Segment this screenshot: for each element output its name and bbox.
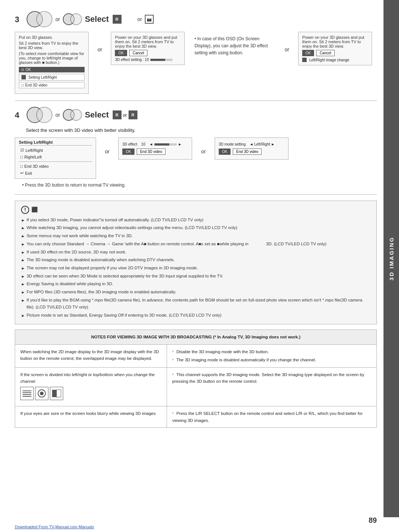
step4-right-btns: OK End 3D video — [219, 149, 284, 155]
warning-item-5: ► The 3D imaging mode is disabled automa… — [21, 256, 371, 264]
arrow-1: ► — [21, 225, 25, 232]
step4-osd-right: 3D mode setting ◄ Left/Right ► OK End 3D… — [215, 137, 289, 160]
step4-circle2 — [36, 107, 52, 123]
step4-ok-btn[interactable]: OK — [122, 149, 134, 155]
step4-or-r: or — [123, 112, 127, 118]
step3-osd-left-title3: (To select more comfortable view for you… — [19, 51, 85, 65]
step4-mode-row: 3D mode setting ◄ Left/Right ► — [219, 142, 284, 146]
warning-item-11: ► Picture mode is set as Standard, Energ… — [21, 312, 371, 319]
warning-item-9: ► For MPO files (3D camera files), the 3… — [21, 289, 371, 296]
step3-lr-label: Left/Right image change — [309, 58, 349, 62]
step3-cancel-btn[interactable]: Cancel — [129, 50, 147, 56]
notes-row-0-right: ˢ Disable the 3D imaging mode with the 3… — [167, 344, 377, 367]
step4-end-icon: □ — [20, 164, 23, 168]
divider1 — [15, 100, 377, 101]
step4-btn-r2[interactable]: R — [129, 110, 137, 119]
step3-osd-left-title2: Sit 2 meters from TV to enjoy the best 3… — [19, 41, 85, 50]
notes-row-0: When switching the 2D image display to t… — [15, 344, 377, 367]
step3-lr-icon — [302, 58, 307, 62]
warning-item-1: ► While watching 3D imaging, you cannot … — [21, 224, 371, 232]
arrow-0: ► — [21, 217, 25, 224]
step4-circle4 — [70, 109, 82, 121]
arrow-5: ► — [21, 257, 25, 264]
step4-ok-btn2[interactable]: OK — [219, 149, 231, 155]
step3-osd-middle-title: Power on your 3D glasses and put them on… — [115, 35, 181, 48]
step3-osd-right-title: Power on your 3D glasses and put them on… — [302, 35, 368, 48]
step3-slider-track[interactable] — [150, 59, 173, 61]
notes-row-1-right: ˢ This channel supports the 3D imaging m… — [167, 367, 377, 406]
warning-item-10: ► If you'd like to play the BGM using *.… — [21, 297, 371, 311]
arrow-4: ► — [21, 249, 25, 256]
step3-or2: or — [137, 16, 142, 22]
step3-setting-label: Setting Left/Right — [28, 75, 57, 79]
step3-effect-row: 3D effect setting : 10 — [115, 58, 181, 62]
step3-header: 3 or Select R or 📷 — [15, 11, 377, 27]
arrow-3: ► — [21, 241, 25, 248]
warning-item-2: ► Some menus may not work while watching… — [21, 232, 371, 240]
step3-cancel-btn2[interactable]: Cancel — [316, 50, 334, 56]
warning-header: ! ⬛ — [21, 205, 371, 214]
warning-item-7: ► 3D effect can be seen when 3D Mode is … — [21, 273, 371, 280]
arrow-10: ► — [21, 297, 25, 304]
step3-ok-btn[interactable]: OK — [115, 50, 127, 56]
step3-osd-right-btns: OK Cancel — [302, 50, 368, 56]
notes-table-header: NOTES FOR VIEWING 3D IMAGE WITH 3D BROAD… — [15, 330, 377, 344]
step3-or4: or — [284, 47, 289, 52]
svg-point-5 — [40, 392, 44, 395]
step4-osd-left: Setting Left/Right ☑ Left/Right □ Right/… — [15, 137, 96, 179]
page-number: 89 — [369, 516, 377, 525]
step4-osd-left-title: Setting Left/Right — [19, 140, 92, 146]
notes-row-1-bullet-0: ˢ This channel supports the 3D imaging m… — [172, 371, 371, 385]
arrow-11: ► — [21, 312, 25, 319]
step4-btn-r[interactable]: R — [113, 110, 122, 119]
step4-right-arrow: ► — [178, 142, 182, 146]
step3-ok-icon: ⊙ — [21, 68, 24, 72]
step3-btn-camera[interactable]: 📷 — [145, 15, 154, 24]
step4-mode-label: 3D mode setting — [219, 142, 246, 146]
bullet-s-1: ˢ — [172, 358, 174, 362]
bullet-s-3: ˢ — [172, 412, 174, 416]
mini-icon-lines — [20, 387, 34, 400]
step3-number: 3 — [15, 15, 24, 24]
step4-end-btn[interactable]: End 3D video — [137, 149, 166, 155]
step3-effect-label: 3D effect setting : 10 — [115, 58, 149, 62]
step3-select: Select — [85, 14, 109, 24]
step4-end-btn2[interactable]: End 3D video — [233, 149, 262, 155]
notes-row-0-left: When switching the 2D image display to t… — [15, 344, 167, 367]
step4-middle-btns: OK End 3D video — [122, 149, 188, 155]
step4-slider-fill — [154, 143, 169, 146]
warning-item-3: ► You can only choose Standard → Cinema … — [21, 241, 371, 248]
step4-select: Select — [85, 110, 109, 120]
notes-row-0-bullet-0: ˢ Disable the 3D imaging mode with the 3… — [172, 348, 371, 355]
svg-rect-6 — [52, 390, 57, 397]
step4-section: 4 or Select R or R Select the screen wit… — [15, 107, 377, 188]
arrow-8: ► — [21, 281, 25, 288]
step4-slider[interactable] — [154, 143, 177, 146]
step3-note: • In case of this OSD (On Screen Display… — [194, 35, 276, 57]
step3-setting-icon — [21, 75, 26, 79]
step4-effect-row: 3D effect 10 ◄ ► — [122, 142, 188, 146]
mini-icon-circle — [35, 387, 48, 400]
half-svg — [51, 388, 62, 399]
step4-effect-value: 10 — [141, 142, 145, 146]
step3-ok-btn2[interactable]: OK — [302, 50, 314, 56]
step4-radio-row: □ Right/Left — [19, 154, 92, 160]
step4-checkbox-row: ☑ Left/Right — [19, 147, 92, 153]
step4-square-icon: □ — [20, 155, 23, 159]
svg-rect-7 — [57, 390, 61, 397]
step3-ok-label: OK — [25, 68, 31, 72]
step3-btn-r[interactable]: R — [113, 15, 122, 24]
step3-end-label: End 3D video — [25, 83, 47, 87]
step4-rl-label: Right/Left — [24, 155, 42, 159]
step4-osd-panels: Setting Left/Right ☑ Left/Right □ Right/… — [15, 137, 377, 179]
arrow-9: ► — [21, 289, 25, 296]
step3-slider-fill — [150, 59, 165, 61]
step3-osd-left: Put on 3D glasses. Sit 2 meters from TV … — [15, 32, 89, 94]
step3-osd-middle: Power on your 3D glasses and put them on… — [111, 32, 185, 65]
step3-circle2 — [36, 11, 52, 27]
step4-exit-icon: ↩ — [20, 171, 24, 175]
step3-osd-middle-btns: OK Cancel — [115, 50, 181, 56]
mini-icon-half — [50, 387, 63, 400]
lines-svg — [22, 388, 32, 399]
footer-link[interactable]: Downloaded From TV-Manual.com Manuals — [15, 525, 94, 529]
